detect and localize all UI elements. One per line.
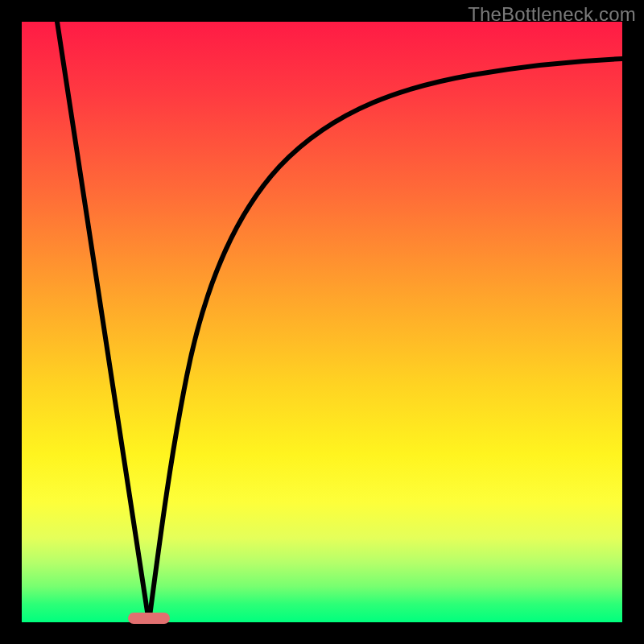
right-curve-path xyxy=(149,59,622,622)
plot-area xyxy=(22,22,622,622)
curves-layer xyxy=(22,22,622,622)
watermark-text: TheBottleneck.com xyxy=(468,3,636,26)
left-line-path xyxy=(57,22,149,622)
optimal-range-marker xyxy=(128,613,170,624)
chart-frame: TheBottleneck.com xyxy=(0,0,644,644)
